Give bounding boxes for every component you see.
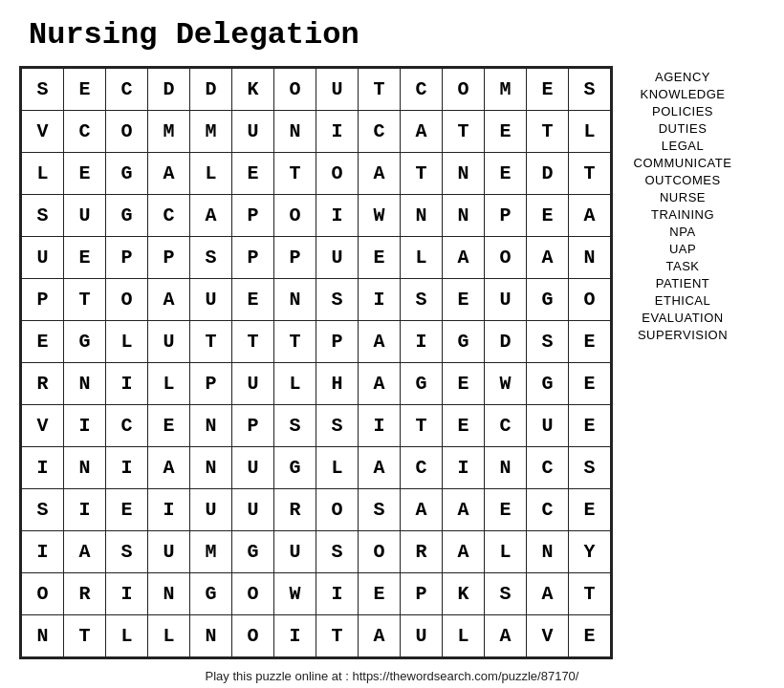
cell-4-5: P <box>232 237 274 279</box>
cell-5-6: N <box>274 279 316 321</box>
cell-3-13: A <box>569 195 611 237</box>
cell-0-0: S <box>22 69 64 111</box>
cell-10-13: E <box>569 489 611 531</box>
cell-2-13: T <box>569 153 611 195</box>
word-item-4: LEGAL <box>662 139 704 153</box>
cell-11-1: A <box>64 531 106 573</box>
cell-0-7: U <box>316 69 359 111</box>
cell-13-5: O <box>232 615 274 657</box>
cell-8-13: E <box>569 405 611 447</box>
cell-9-7: L <box>316 447 359 489</box>
cell-4-9: L <box>401 237 443 279</box>
cell-13-9: U <box>401 615 443 657</box>
cell-9-12: C <box>527 447 569 489</box>
cell-1-8: C <box>359 111 401 153</box>
cell-3-2: G <box>106 195 148 237</box>
cell-3-4: A <box>190 195 232 237</box>
cell-9-5: U <box>232 447 274 489</box>
cell-0-2: C <box>106 69 148 111</box>
cell-4-13: N <box>569 237 611 279</box>
cell-10-0: S <box>22 489 64 531</box>
cell-7-5: U <box>232 363 274 405</box>
cell-6-0: E <box>22 321 64 363</box>
cell-2-6: T <box>274 153 316 195</box>
cell-1-13: L <box>569 111 611 153</box>
main-area: SECDDKOUTCOMESVCOMMUNICATETLLEGALETOATNE… <box>19 66 765 659</box>
cell-5-12: G <box>527 279 569 321</box>
cell-9-9: C <box>401 447 443 489</box>
cell-2-1: E <box>64 153 106 195</box>
cell-6-11: D <box>485 321 527 363</box>
cell-11-13: Y <box>569 531 611 573</box>
cell-4-6: P <box>274 237 316 279</box>
cell-10-1: I <box>64 489 106 531</box>
cell-4-12: A <box>527 237 569 279</box>
cell-4-7: U <box>316 237 359 279</box>
cell-3-7: I <box>316 195 359 237</box>
word-item-9: NPA <box>669 225 695 239</box>
cell-11-6: U <box>274 531 316 573</box>
cell-2-4: L <box>190 153 232 195</box>
cell-9-0: I <box>22 447 64 489</box>
word-item-2: POLICIES <box>652 104 713 118</box>
cell-11-0: I <box>22 531 64 573</box>
word-item-6: OUTCOMES <box>644 173 720 187</box>
cell-11-7: S <box>316 531 359 573</box>
cell-0-1: E <box>64 69 106 111</box>
cell-6-3: U <box>148 321 190 363</box>
cell-4-0: U <box>22 237 64 279</box>
cell-6-9: I <box>401 321 443 363</box>
cell-8-2: C <box>106 405 148 447</box>
cell-3-1: U <box>64 195 106 237</box>
cell-2-7: O <box>316 153 359 195</box>
cell-5-10: E <box>443 279 485 321</box>
cell-12-9: P <box>401 573 443 615</box>
cell-4-3: P <box>148 237 190 279</box>
cell-5-1: T <box>64 279 106 321</box>
cell-12-1: R <box>64 573 106 615</box>
cell-10-4: U <box>190 489 232 531</box>
cell-7-13: E <box>569 363 611 405</box>
cell-8-5: P <box>232 405 274 447</box>
cell-0-5: K <box>232 69 274 111</box>
cell-7-11: W <box>485 363 527 405</box>
cell-3-3: C <box>148 195 190 237</box>
cell-2-5: E <box>232 153 274 195</box>
cell-11-12: N <box>527 531 569 573</box>
cell-5-9: S <box>401 279 443 321</box>
cell-0-8: T <box>359 69 401 111</box>
cell-11-11: L <box>485 531 527 573</box>
cell-13-2: L <box>106 615 148 657</box>
cell-13-10: L <box>443 615 485 657</box>
cell-1-1: C <box>64 111 106 153</box>
cell-7-4: P <box>190 363 232 405</box>
cell-12-12: A <box>527 573 569 615</box>
word-item-7: NURSE <box>660 190 706 204</box>
word-item-13: ETHICAL <box>655 293 710 308</box>
cell-1-7: I <box>316 111 359 153</box>
cell-10-10: A <box>443 489 485 531</box>
word-item-5: COMMUNICATE <box>634 156 732 170</box>
cell-13-3: L <box>148 615 190 657</box>
cell-7-9: G <box>401 363 443 405</box>
cell-4-2: P <box>106 237 148 279</box>
cell-5-7: S <box>316 279 359 321</box>
cell-7-8: A <box>359 363 401 405</box>
cell-10-6: R <box>274 489 316 531</box>
cell-5-11: U <box>485 279 527 321</box>
cell-0-9: C <box>401 69 443 111</box>
cell-11-2: S <box>106 531 148 573</box>
cell-13-8: A <box>359 615 401 657</box>
cell-12-3: N <box>148 573 190 615</box>
cell-2-8: A <box>359 153 401 195</box>
cell-1-4: M <box>190 111 232 153</box>
cell-0-13: S <box>569 69 611 111</box>
word-item-1: KNOWLEDGE <box>640 87 725 101</box>
word-item-14: EVALUATION <box>642 311 723 325</box>
cell-1-12: T <box>527 111 569 153</box>
cell-7-6: L <box>274 363 316 405</box>
grid-table: SECDDKOUTCOMESVCOMMUNICATETLLEGALETOATNE… <box>21 68 611 657</box>
cell-1-0: V <box>22 111 64 153</box>
word-item-8: TRAINING <box>651 207 714 222</box>
cell-11-8: O <box>359 531 401 573</box>
